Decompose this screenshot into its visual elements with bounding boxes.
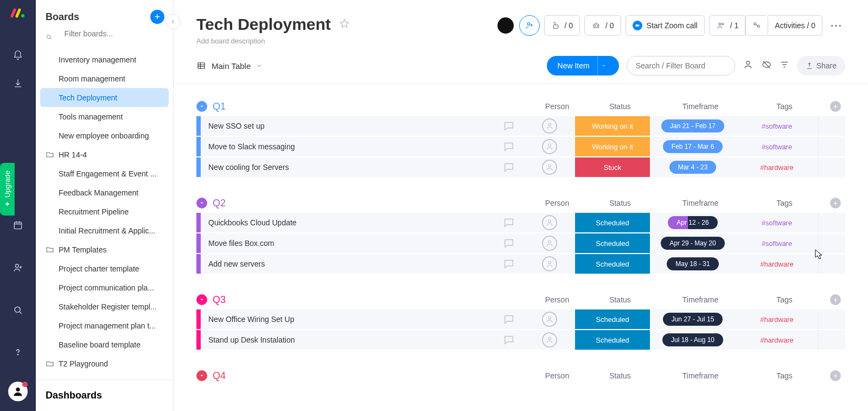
timeframe-cell[interactable]: Jan 21 - Feb 17 — [650, 119, 736, 132]
column-header-person[interactable]: Person — [532, 102, 583, 111]
add-board-button[interactable]: + — [150, 10, 164, 24]
group-title[interactable]: Q2 — [213, 198, 532, 209]
tags-cell[interactable]: #software — [736, 122, 818, 130]
person-cell[interactable] — [524, 215, 575, 230]
item-name[interactable]: Quickbooks Cloud Update — [201, 218, 494, 227]
column-header-status[interactable]: Status — [583, 199, 658, 207]
help-icon[interactable] — [12, 347, 23, 360]
tags-cell[interactable]: #hardware — [736, 315, 818, 324]
sidebar-board-item[interactable]: Recruitment Pipeline — [36, 202, 173, 221]
chevron-down-icon[interactable] — [597, 56, 610, 75]
sidebar-board-item[interactable]: Initial Recruitment & Applic... — [36, 221, 173, 240]
tags-cell[interactable]: #software — [736, 219, 818, 227]
column-header-tags[interactable]: Tags — [743, 102, 826, 111]
person-cell[interactable] — [524, 118, 575, 134]
automation-counter[interactable]: / 0 — [584, 15, 621, 36]
status-cell[interactable]: Working on it — [575, 137, 650, 156]
sidebar-folder[interactable]: HR 14-4 — [36, 145, 173, 164]
column-header-status[interactable]: Status — [583, 371, 658, 380]
timeframe-cell[interactable]: Feb 17 - Mar 6 — [650, 140, 736, 153]
sidebar-board-item[interactable]: Stakeholder Register templ... — [36, 297, 173, 316]
chat-icon[interactable] — [494, 217, 524, 229]
item-name[interactable]: Move to Slack messaging — [201, 142, 494, 151]
view-selector[interactable]: Main Table — [196, 61, 263, 71]
timeframe-cell[interactable]: Jun 27 - Jul 15 — [650, 313, 736, 326]
dashboards-heading[interactable]: Dashboards — [36, 380, 173, 411]
sidebar-board-item[interactable]: Inventory management — [36, 50, 173, 69]
search-icon[interactable] — [12, 305, 23, 318]
column-header-timeframe[interactable]: Timeframe — [658, 295, 743, 304]
status-cell[interactable]: Scheduled — [575, 213, 650, 232]
item-name[interactable]: Add new servers — [201, 260, 494, 268]
column-header-timeframe[interactable]: Timeframe — [658, 199, 743, 207]
calendar-icon[interactable] — [12, 220, 23, 233]
status-cell[interactable]: Working on it — [575, 116, 650, 136]
chat-icon[interactable] — [494, 120, 524, 132]
tags-cell[interactable]: #software — [736, 143, 818, 151]
board-description[interactable]: Add board description — [196, 37, 488, 45]
sidebar-folder[interactable]: PM Templates — [36, 240, 173, 259]
column-header-status[interactable]: Status — [583, 295, 658, 304]
person-cell[interactable] — [524, 160, 575, 175]
column-header-person[interactable]: Person — [532, 295, 583, 304]
add-column-button[interactable]: + — [830, 294, 841, 305]
status-cell[interactable]: Scheduled — [575, 233, 650, 253]
add-column-button[interactable]: + — [830, 198, 841, 208]
sidebar-folder[interactable]: T2 Playground — [36, 354, 173, 373]
person-cell[interactable] — [524, 332, 575, 347]
chat-icon[interactable] — [494, 161, 524, 173]
sidebar-board-item[interactable]: Project communication pla... — [36, 278, 173, 297]
timeframe-cell[interactable]: Jul 18 - Aug 10 — [650, 333, 736, 346]
board-title[interactable]: Tech Deployment — [196, 15, 331, 34]
chat-icon[interactable] — [494, 258, 524, 270]
chat-icon[interactable] — [494, 334, 524, 346]
add-column-button[interactable]: + — [830, 370, 841, 381]
filter-icon[interactable] — [780, 60, 789, 72]
bell-icon[interactable] — [12, 50, 23, 63]
tags-cell[interactable]: #hardware — [736, 336, 818, 344]
status-cell[interactable]: Scheduled — [575, 309, 650, 329]
star-icon[interactable] — [339, 15, 350, 34]
new-item-button[interactable]: New Item — [547, 56, 619, 75]
tags-cell[interactable]: #software — [736, 239, 818, 248]
column-header-timeframe[interactable]: Timeframe — [658, 371, 743, 380]
sidebar-board-item[interactable]: New employee onboarding — [36, 126, 173, 145]
user-avatar[interactable] — [8, 382, 28, 401]
board-members[interactable] — [496, 16, 515, 35]
share-button[interactable]: Share — [797, 56, 845, 75]
sidebar-board-item[interactable]: Project management plan t... — [36, 316, 173, 335]
sidebar-board-item[interactable]: Tech Deployment — [40, 88, 169, 107]
activities-button[interactable]: Activities / 0 — [768, 15, 822, 36]
hide-icon[interactable] — [761, 59, 772, 72]
status-cell[interactable]: Scheduled — [575, 330, 650, 350]
search-board-input[interactable] — [627, 56, 735, 75]
sidebar-board-item[interactable]: Staff Engagement & Event ... — [36, 164, 173, 183]
sidebar-board-item[interactable]: Project charter template — [36, 259, 173, 278]
column-header-timeframe[interactable]: Timeframe — [658, 102, 743, 111]
person-filter-icon[interactable] — [743, 59, 754, 72]
invite-icon[interactable] — [12, 262, 23, 275]
group-toggle[interactable] — [196, 101, 207, 112]
group-toggle[interactable] — [196, 294, 207, 305]
item-name[interactable]: New cooling for Servers — [201, 163, 494, 172]
timeframe-cell[interactable]: May 18 - 31 — [650, 257, 736, 270]
filter-boards-input[interactable] — [65, 29, 155, 38]
status-cell[interactable]: Stuck — [575, 157, 650, 177]
app-logo[interactable] — [10, 8, 26, 21]
person-cell[interactable] — [524, 139, 575, 154]
status-cell[interactable]: Scheduled — [575, 254, 650, 274]
more-options-button[interactable]: ⋯ — [827, 18, 845, 33]
integrations-button[interactable] — [745, 15, 768, 36]
invite-members-button[interactable] — [519, 15, 540, 36]
sidebar-board-item[interactable]: Feedback Management — [36, 183, 173, 202]
download-icon[interactable] — [12, 78, 23, 91]
upgrade-button[interactable]: ✦ Upgrade — [0, 163, 15, 216]
chat-icon[interactable] — [494, 237, 524, 249]
item-name[interactable]: Move files Box.com — [201, 239, 494, 248]
sidebar-board-item[interactable]: Tools management — [36, 107, 173, 126]
group-title[interactable]: Q3 — [213, 294, 532, 306]
item-name[interactable]: New SSO set up — [201, 122, 494, 130]
people-counter[interactable]: / 1 — [709, 15, 746, 36]
chat-icon[interactable] — [494, 313, 524, 325]
column-header-person[interactable]: Person — [532, 199, 583, 207]
